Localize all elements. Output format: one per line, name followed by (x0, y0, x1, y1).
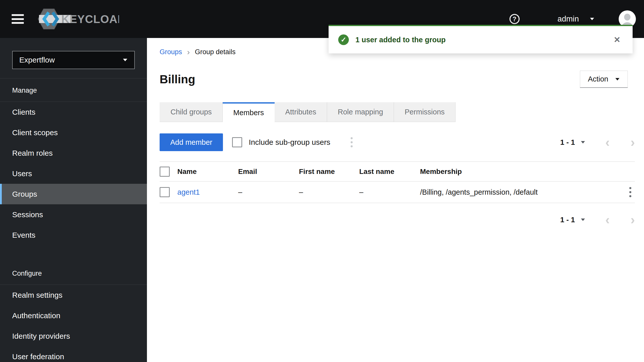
select-all-checkbox[interactable] (160, 167, 170, 177)
pagination-range: 1 - 1 (560, 138, 575, 147)
pagination-caret-icon[interactable] (581, 218, 585, 221)
user-menu-label[interactable]: admin (558, 14, 579, 24)
user-menu-caret-icon[interactable] (590, 18, 594, 20)
pagination-next-icon[interactable]: › (631, 137, 635, 147)
toast-close-icon[interactable]: ✕ (611, 33, 623, 46)
pagination-next-icon[interactable]: › (631, 215, 635, 225)
pagination-range: 1 - 1 (560, 216, 575, 224)
row-checkbox[interactable] (160, 187, 170, 197)
table-header-row: Name Email First name Last name Membersh… (160, 162, 635, 182)
column-header-membership: Membership (420, 168, 621, 176)
breadcrumb-chevron-icon: › (187, 49, 190, 55)
table-row: agent1 – – – /Billing, /agents_permissio… (160, 182, 635, 203)
pagination-prev-icon[interactable]: ‹ (605, 137, 610, 147)
realm-selector-caret-icon (123, 59, 127, 61)
main-content: Groups › Group details Billing Action Ch… (147, 38, 644, 362)
member-name-link[interactable]: agent1 (177, 188, 200, 196)
hamburger-menu-icon[interactable] (12, 14, 24, 24)
sidebar-item-authentication[interactable]: Authentication (0, 305, 147, 326)
avatar-person-icon (624, 14, 631, 21)
brand-text: KEYCLOAK (61, 13, 119, 25)
sidebar-item-realm-roles[interactable]: Realm roles (0, 143, 147, 163)
nav-section-manage: Manage (0, 78, 147, 102)
help-icon[interactable]: ? (509, 14, 520, 24)
include-subgroups-label[interactable]: Include sub-group users (249, 138, 330, 147)
member-first-name: – (299, 188, 359, 196)
page-title: Billing (160, 73, 195, 86)
sidebar: Expertflow Manage Clients Client scopes … (0, 38, 147, 362)
nav-section-configure: Configure (0, 262, 147, 285)
check-circle-icon: ✓ (338, 34, 349, 45)
tab-child-groups[interactable]: Child groups (160, 102, 223, 122)
member-last-name: – (359, 188, 420, 196)
column-header-first-name: First name (299, 168, 359, 176)
include-subgroups-checkbox[interactable] (232, 137, 242, 147)
member-membership: /Billing, /agents_permission, /default (420, 188, 621, 196)
pagination-caret-icon[interactable] (581, 141, 585, 144)
tab-role-mapping[interactable]: Role mapping (327, 102, 394, 122)
pagination-top: 1 - 1 ‹ › (560, 137, 635, 147)
breadcrumb-current: Group details (195, 48, 236, 56)
add-member-button[interactable]: Add member (160, 133, 223, 151)
action-dropdown-button[interactable]: Action (580, 71, 628, 88)
sidebar-item-realm-settings[interactable]: Realm settings (0, 285, 147, 305)
sidebar-item-sessions[interactable]: Sessions (0, 204, 147, 225)
pagination-prev-icon[interactable]: ‹ (605, 215, 610, 225)
members-toolbar: Add member Include sub-group users 1 - 1… (160, 133, 635, 151)
pagination-bottom: 1 - 1 ‹ › (560, 215, 635, 225)
members-table: Name Email First name Last name Membersh… (160, 162, 635, 203)
sidebar-item-client-scopes[interactable]: Client scopes (0, 122, 147, 143)
action-caret-icon (615, 78, 619, 81)
toolbar-kebab-icon[interactable] (347, 135, 356, 149)
sidebar-item-users[interactable]: Users (0, 163, 147, 184)
tab-attributes[interactable]: Attributes (275, 102, 327, 122)
success-toast: ✓ 1 user added to the group ✕ (329, 25, 633, 53)
realm-selector-label: Expertflow (19, 56, 55, 64)
sidebar-item-clients[interactable]: Clients (0, 102, 147, 122)
tab-permissions[interactable]: Permissions (394, 102, 456, 122)
column-header-last-name: Last name (359, 168, 420, 176)
breadcrumb-groups-link[interactable]: Groups (160, 48, 182, 56)
sidebar-item-identity-providers[interactable]: Identity providers (0, 326, 147, 346)
tab-members[interactable]: Members (223, 102, 275, 122)
member-email: – (238, 188, 299, 196)
sidebar-item-user-federation[interactable]: User federation (0, 346, 147, 362)
column-header-name: Name (177, 168, 238, 176)
row-kebab-icon[interactable] (626, 185, 635, 199)
column-header-email: Email (238, 168, 299, 176)
sidebar-item-groups[interactable]: Groups (0, 184, 147, 204)
keycloak-logo[interactable]: KEYCLOAK (38, 8, 119, 30)
realm-selector[interactable]: Expertflow (12, 51, 135, 69)
tab-bar: Child groups Members Attributes Role map… (160, 102, 635, 122)
toast-message: 1 user added to the group (355, 36, 446, 44)
sidebar-item-events[interactable]: Events (0, 225, 147, 245)
